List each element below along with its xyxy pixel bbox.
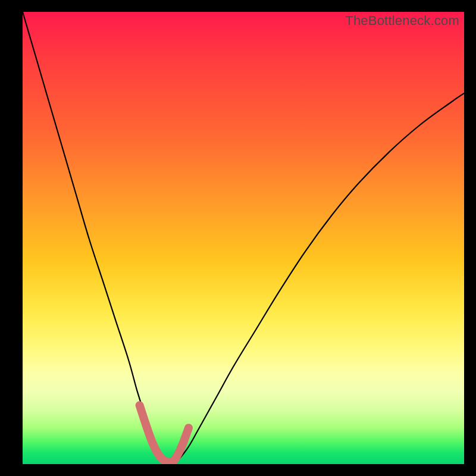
bottleneck-curve: [23, 12, 464, 464]
chart-frame: TheBottleneck.com: [0, 0, 476, 476]
plot-area: TheBottleneck.com: [23, 12, 464, 464]
curve-layer: [23, 12, 464, 464]
highlight-segment: [140, 405, 189, 462]
